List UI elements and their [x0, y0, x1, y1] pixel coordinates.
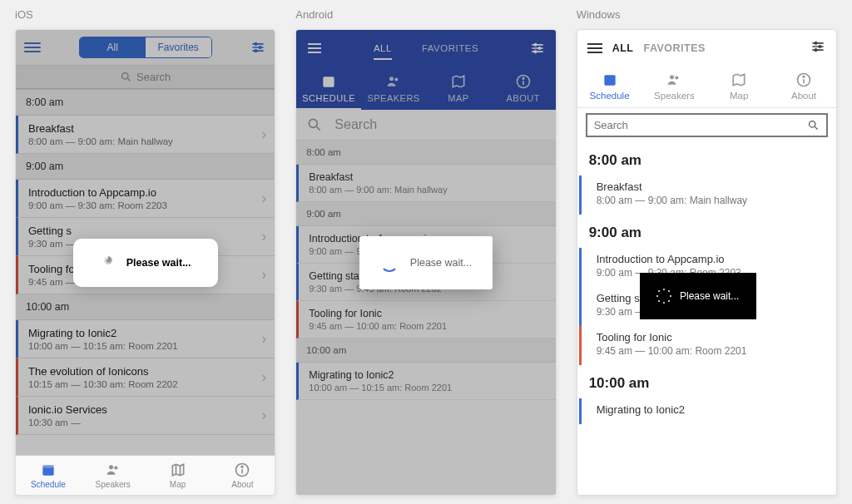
tab-about[interactable]: About [771, 67, 836, 107]
filter-icon[interactable] [810, 38, 826, 58]
svg-point-39 [676, 76, 679, 79]
search-bar[interactable] [586, 113, 828, 137]
ios-device: All Favorites Search 8:00 am Breakfast8:… [15, 29, 275, 496]
item-title: Introduction to Appcamp.io [597, 253, 825, 265]
spinner-icon [380, 254, 399, 272]
calendar-icon [40, 462, 57, 478]
platform-label-android: Android [295, 8, 556, 21]
svg-rect-37 [604, 75, 615, 86]
item-title: Migrating to Ionic2 [597, 403, 825, 416]
tab-bar: Schedule Speakers Map About [577, 67, 836, 107]
time-group-header: 8:00 am [577, 142, 836, 175]
info-icon [234, 462, 250, 478]
menu-icon[interactable] [587, 43, 602, 53]
people-icon [666, 72, 682, 88]
tab-label: Schedule [590, 91, 630, 101]
tab-label: Schedule [31, 480, 66, 489]
tab-label: About [231, 480, 253, 489]
svg-point-42 [803, 76, 805, 77]
calendar-icon [602, 72, 618, 88]
segment-favorites[interactable]: FAVORITES [643, 42, 705, 54]
svg-point-11 [114, 466, 117, 469]
spinner-icon [100, 254, 116, 271]
item-subtitle: 9:45 am — 10:00 am: Room 2201 [597, 345, 825, 357]
tab-speakers[interactable]: Speakers [81, 456, 146, 495]
tab-map[interactable]: Map [146, 456, 211, 495]
loading-modal: Please wait... [640, 273, 756, 319]
svg-line-44 [815, 126, 817, 129]
people-icon [105, 462, 121, 478]
svg-point-34 [815, 42, 817, 45]
svg-point-35 [819, 46, 821, 48]
loading-text: Please wait... [680, 290, 739, 302]
tab-label: Map [730, 91, 748, 101]
tab-schedule[interactable]: Schedule [577, 67, 642, 107]
tab-label: About [791, 91, 816, 101]
windows-header: ALL FAVORITES Schedule Speakers [577, 30, 836, 108]
segment-control: ALL FAVORITES [612, 42, 706, 54]
info-icon [795, 72, 812, 88]
svg-point-36 [815, 49, 817, 52]
tab-label: Speakers [654, 91, 695, 101]
platform-label-ios: iOS [15, 8, 275, 21]
segment-all[interactable]: ALL [612, 42, 634, 54]
search-icon [807, 119, 820, 131]
tab-map[interactable]: Map [706, 67, 771, 107]
svg-point-10 [109, 465, 113, 469]
search-input[interactable] [594, 119, 807, 131]
item-title: Breakfast [597, 180, 825, 193]
android-device: ALL FAVORITES SCHEDULE SPEAKERS [295, 29, 556, 496]
item-subtitle: 8:00 am — 9:00 am: Main hallway [597, 195, 825, 206]
item-title: Tooling for Ionic [597, 331, 825, 343]
list-item[interactable]: Tooling for Ionic9:45 am — 10:00 am: Roo… [579, 326, 836, 365]
loading-modal: Please wait... [73, 239, 218, 287]
loading-text: Please wait... [410, 257, 472, 269]
platform-label-windows: Windows [577, 8, 837, 21]
windows-device: ALL FAVORITES Schedule Speakers [577, 29, 837, 496]
svg-point-16 [242, 466, 244, 467]
loading-text: Please wait... [126, 257, 191, 269]
spinner-icon [656, 289, 671, 304]
time-group-header: 9:00 am [577, 215, 836, 248]
tab-speakers[interactable]: Speakers [641, 67, 706, 107]
svg-rect-9 [42, 465, 53, 467]
tab-bar: Schedule Speakers Map About [16, 455, 275, 495]
map-icon [170, 462, 186, 478]
tab-schedule[interactable]: Schedule [16, 456, 81, 495]
svg-point-43 [809, 121, 815, 128]
tab-label: Speakers [96, 480, 131, 489]
map-icon [731, 72, 747, 88]
tab-label: Map [170, 480, 186, 489]
list-item[interactable]: Migrating to Ionic2 [579, 398, 836, 424]
svg-point-38 [670, 75, 674, 79]
list-item[interactable]: Breakfast8:00 am — 9:00 am: Main hallway [579, 175, 836, 215]
tab-about[interactable]: About [210, 456, 275, 495]
loading-modal: Please wait... [359, 236, 493, 289]
time-group-header: 10:00 am [577, 365, 836, 398]
